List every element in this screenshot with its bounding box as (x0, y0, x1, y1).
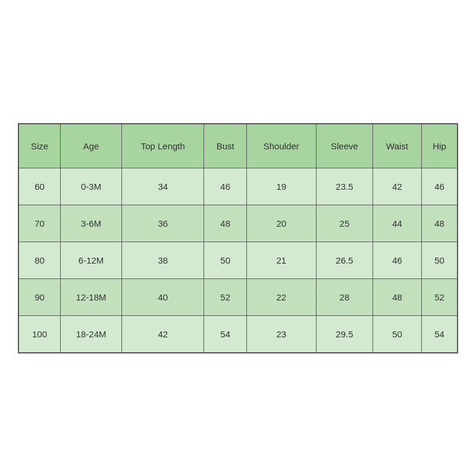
table-body: 600-3M34461923.54246703-6M36482025444880… (19, 168, 458, 352)
header-bust: Bust (204, 124, 246, 168)
cell-r2-c5: 26.5 (316, 242, 372, 278)
cell-r4-c5: 29.5 (316, 315, 372, 352)
cell-r1-c5: 25 (316, 205, 372, 242)
table-row: 806-12M38502126.54650 (19, 242, 458, 278)
cell-r3-c5: 28 (316, 278, 372, 315)
cell-r2-c3: 50 (204, 242, 246, 278)
cell-r1-c4: 20 (246, 205, 316, 242)
cell-r1-c3: 48 (204, 205, 246, 242)
cell-r3-c7: 52 (421, 278, 457, 315)
cell-r1-c7: 48 (421, 205, 457, 242)
table-header-row: SizeAgeTop LengthBustShoulderSleeveWaist… (19, 124, 458, 168)
header-size: Size (19, 124, 61, 168)
cell-r2-c6: 46 (373, 242, 422, 278)
cell-r2-c0: 80 (19, 242, 61, 278)
cell-r0-c2: 34 (122, 168, 204, 205)
table-row: 9012-18M405222284852 (19, 278, 458, 315)
cell-r4-c3: 54 (204, 315, 246, 352)
size-chart: SizeAgeTop LengthBustShoulderSleeveWaist… (18, 123, 458, 353)
header-shoulder: Shoulder (246, 124, 316, 168)
cell-r0-c5: 23.5 (316, 168, 372, 205)
header-age: Age (61, 124, 122, 168)
cell-r0-c1: 0-3M (61, 168, 122, 205)
cell-r3-c6: 48 (373, 278, 422, 315)
cell-r4-c0: 100 (19, 315, 61, 352)
size-table: SizeAgeTop LengthBustShoulderSleeveWaist… (18, 124, 458, 353)
header-top-length: Top Length (122, 124, 204, 168)
cell-r0-c3: 46 (204, 168, 246, 205)
header-waist: Waist (373, 124, 422, 168)
header-sleeve: Sleeve (316, 124, 372, 168)
header-hip: Hip (421, 124, 457, 168)
cell-r4-c7: 54 (421, 315, 457, 352)
cell-r0-c6: 42 (373, 168, 422, 205)
cell-r3-c0: 90 (19, 278, 61, 315)
cell-r2-c2: 38 (122, 242, 204, 278)
cell-r4-c6: 50 (373, 315, 422, 352)
cell-r1-c2: 36 (122, 205, 204, 242)
cell-r3-c2: 40 (122, 278, 204, 315)
table-row: 703-6M364820254448 (19, 205, 458, 242)
cell-r0-c4: 19 (246, 168, 316, 205)
cell-r4-c2: 42 (122, 315, 204, 352)
cell-r3-c3: 52 (204, 278, 246, 315)
table-row: 600-3M34461923.54246 (19, 168, 458, 205)
cell-r0-c0: 60 (19, 168, 61, 205)
cell-r1-c1: 3-6M (61, 205, 122, 242)
cell-r3-c1: 12-18M (61, 278, 122, 315)
cell-r1-c6: 44 (373, 205, 422, 242)
cell-r4-c1: 18-24M (61, 315, 122, 352)
cell-r0-c7: 46 (421, 168, 457, 205)
cell-r2-c1: 6-12M (61, 242, 122, 278)
cell-r4-c4: 23 (246, 315, 316, 352)
cell-r1-c0: 70 (19, 205, 61, 242)
cell-r2-c4: 21 (246, 242, 316, 278)
cell-r3-c4: 22 (246, 278, 316, 315)
cell-r2-c7: 50 (421, 242, 457, 278)
table-row: 10018-24M42542329.55054 (19, 315, 458, 352)
